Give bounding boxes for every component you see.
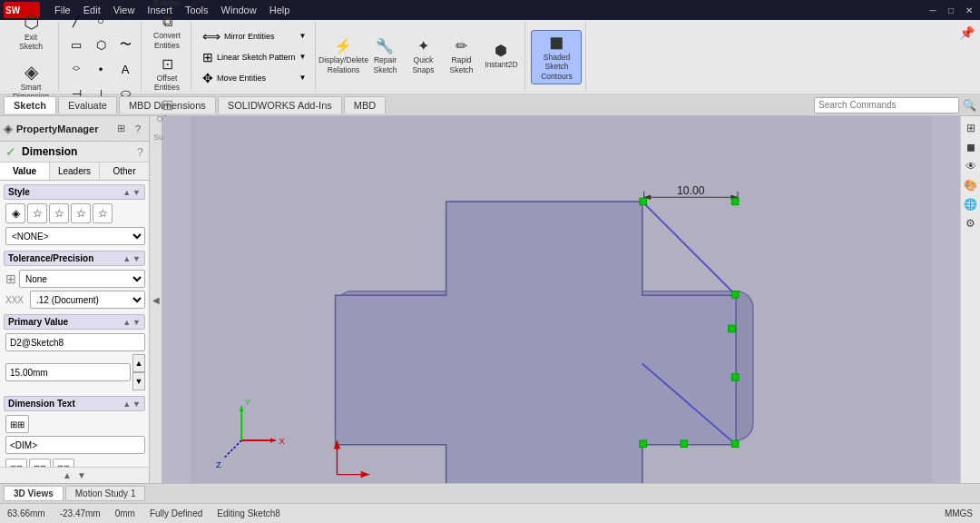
style-dropdown[interactable]: <NONE> <box>5 227 145 245</box>
tolerance-collapse-down[interactable]: ▼ <box>132 254 141 263</box>
dim-text-btn-3[interactable]: ⊞⊞ <box>29 459 51 467</box>
y-coordinate: -23.47mm <box>60 508 101 518</box>
display-delete-icon: ⚡ <box>334 39 352 54</box>
spin-down-button[interactable]: ▼ <box>132 372 145 390</box>
pm-scroll-down[interactable]: ▼ <box>76 469 87 481</box>
offset-entities-icon: ⊡ <box>162 57 173 72</box>
style-icon-1[interactable]: ◈ <box>5 203 25 223</box>
precision-dropdown[interactable]: .12 (Document) <box>30 291 145 309</box>
right-panel: ⊞ ◼ 👁 🎨 🌐 ⚙ <box>960 116 980 483</box>
toolbar-pin-icon[interactable]: 📌 <box>959 25 975 40</box>
tolerance-collapse-up[interactable]: ▲ <box>122 254 131 263</box>
maximize-button[interactable]: □ <box>944 3 958 17</box>
display-style-icon[interactable]: ◼ <box>963 139 979 155</box>
fillet-tool[interactable]: ⌔ <box>64 57 88 81</box>
dimension-text-controls: ▲ ▼ <box>122 400 141 409</box>
line-tool[interactable]: ╱ <box>64 8 88 32</box>
style-icon-3[interactable]: ☆ <box>49 203 69 223</box>
apply-scene-icon[interactable]: 🌐 <box>963 196 979 212</box>
shaded-sketch-icon: ◼ <box>549 33 564 51</box>
dimension-value-input[interactable] <box>5 363 131 381</box>
dimension-help-icon[interactable]: ? <box>137 145 143 159</box>
bottom-tabs: 3D Views Motion Study 1 <box>0 483 980 503</box>
display-delete-label: Display/DeleteRelations <box>318 55 368 74</box>
point-tool[interactable]: • <box>89 57 113 81</box>
repair-sketch-button[interactable]: 🔧 RepairSketch <box>367 34 403 81</box>
style-icon-5[interactable]: ☆ <box>93 203 113 223</box>
tab-solidworks-addins[interactable]: SOLIDWORKS Add-Ins <box>218 96 342 113</box>
display-delete-relations-button[interactable]: ⚡ Display/DeleteRelations <box>321 34 365 81</box>
close-button[interactable]: ✕ <box>962 3 976 17</box>
circle-tool[interactable]: ○ <box>89 8 113 32</box>
linear-sketch-icon: ⊞ <box>202 50 213 64</box>
offset-entities-label: OffsetEntities <box>154 74 180 92</box>
pm-tab-leaders[interactable]: Leaders <box>50 163 100 180</box>
tab-sketch[interactable]: Sketch <box>4 96 56 113</box>
tolerance-section-label: Tolerance/Precision <box>8 253 93 263</box>
y-coord-value: -23.47mm <box>60 508 101 518</box>
pm-tabs: Value Leaders Other <box>0 163 149 181</box>
dim-text-btn-2[interactable]: ⊞⊞ <box>5 459 27 467</box>
tolerance-dropdown[interactable]: None <box>19 270 145 288</box>
hide-show-icon[interactable]: 👁 <box>963 158 979 174</box>
instant2d-button[interactable]: ⬢ Instant2D <box>481 34 521 81</box>
tab-mbd[interactable]: MBD <box>344 96 386 113</box>
view-settings-icon[interactable]: ⚙ <box>963 215 979 232</box>
menu-help[interactable]: Help <box>264 3 296 17</box>
search-commands-input[interactable] <box>814 97 959 113</box>
dim-text-input[interactable] <box>5 436 145 454</box>
primary-value-sketch-input[interactable] <box>5 333 145 351</box>
move-entities-button[interactable]: ✥ Move Entities ▼ <box>199 69 309 87</box>
quick-snaps-button[interactable]: ✦ QuickSnaps <box>405 34 441 81</box>
minimize-button[interactable]: ─ <box>926 3 940 17</box>
exit-sketch-button[interactable]: ⬡ ExitSketch <box>7 8 54 55</box>
mirror-dropdown-icon: ▼ <box>299 32 307 40</box>
convert-entities-button[interactable]: ⧉ ConvertEntities <box>147 12 187 52</box>
style-icon-2[interactable]: ☆ <box>27 203 47 223</box>
editing-sketch-label: Editing Sketch8 <box>217 508 280 518</box>
primary-collapse-down[interactable]: ▼ <box>132 318 141 327</box>
z-coordinate: 0mm <box>115 508 135 518</box>
view-orientation-icon[interactable]: ⊞ <box>963 120 979 136</box>
edit-appearance-icon[interactable]: 🎨 <box>963 177 979 193</box>
pm-tab-other[interactable]: Other <box>100 163 149 180</box>
linear-sketch-button[interactable]: ⊞ Linear Sketch Pattern ▼ <box>199 48 309 66</box>
tab-evaluate[interactable]: Evaluate <box>58 96 117 113</box>
pm-expand-icon[interactable]: ⊞ <box>113 122 128 136</box>
style-icon-4[interactable]: ☆ <box>71 203 91 223</box>
spline-tool[interactable]: 〜 <box>113 33 137 56</box>
style-section-header[interactable]: Style ▲ ▼ <box>4 184 145 200</box>
tolerance-section-header[interactable]: Tolerance/Precision ▲ ▼ <box>4 251 145 266</box>
edit-mode-status: Editing Sketch8 <box>217 508 280 518</box>
pm-scroll-up[interactable]: ▲ <box>62 469 73 481</box>
primary-collapse-up[interactable]: ▲ <box>122 318 131 327</box>
shaded-sketch-button[interactable]: ◼ ShadedSketchContours <box>531 30 582 84</box>
primary-value-section-header[interactable]: Primary Value ▲ ▼ <box>4 314 145 330</box>
style-collapse-up[interactable]: ▲ <box>122 188 131 197</box>
bottom-tab-3d-views[interactable]: 3D Views <box>4 486 64 501</box>
move-entities-label: Move Entities <box>217 74 266 83</box>
panel-collapse-button[interactable]: ◀ <box>150 116 162 483</box>
dim-text-collapse-up[interactable]: ▲ <box>122 400 131 409</box>
rect-tool[interactable]: ▭ <box>64 33 88 56</box>
rapid-sketch-button[interactable]: ✏ RapidSketch <box>443 34 479 81</box>
spin-up-button[interactable]: ▲ <box>132 354 145 372</box>
text-tool[interactable]: A <box>113 57 137 81</box>
arc-tool[interactable]: ⌒ <box>113 8 137 32</box>
pm-tab-value[interactable]: Value <box>0 163 50 180</box>
svg-rect-18 <box>731 374 739 381</box>
search-icon[interactable]: 🔍 <box>963 99 976 112</box>
menu-window[interactable]: Window <box>216 3 262 17</box>
trim-entities-button[interactable]: ✂ TrimEntities <box>147 0 187 10</box>
bottom-tab-motion-study[interactable]: Motion Study 1 <box>65 486 146 501</box>
offset-entities-button[interactable]: ⊡ OffsetEntities <box>147 54 187 94</box>
linear-sketch-label: Linear Sketch Pattern <box>217 53 296 62</box>
pm-help-icon[interactable]: ? <box>131 122 145 136</box>
style-collapse-down[interactable]: ▼ <box>132 188 141 197</box>
dim-text-collapse-down[interactable]: ▼ <box>132 400 141 409</box>
dim-text-btn-1[interactable]: ⊞⊞ <box>5 415 29 433</box>
dimension-text-section-header[interactable]: Dimension Text ▲ ▼ <box>4 396 145 411</box>
mirror-entities-button[interactable]: ⟺ Mirror Entities ▼ <box>199 27 309 45</box>
polygon-tool[interactable]: ⬡ <box>89 33 113 56</box>
dim-text-btn-4[interactable]: ⊞⊞ <box>53 459 74 467</box>
